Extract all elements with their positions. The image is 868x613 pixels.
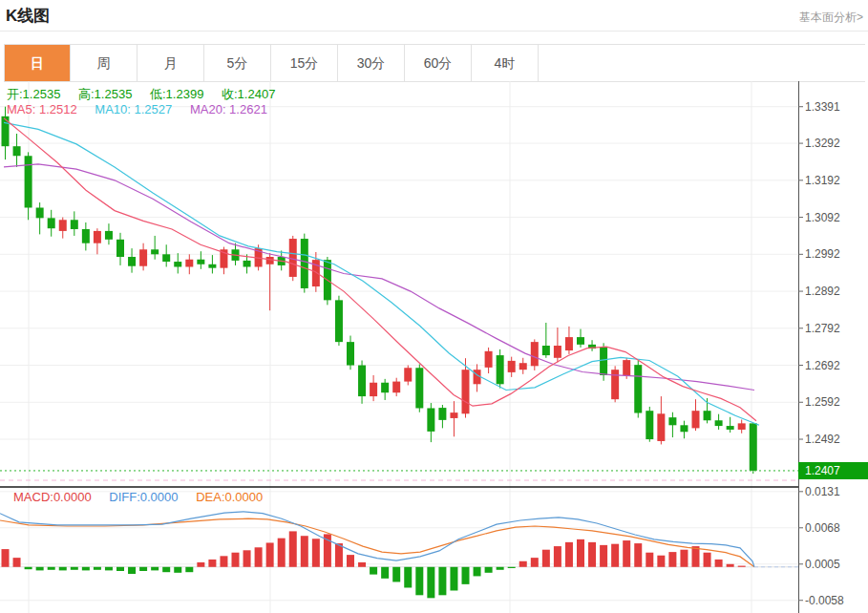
ma20-line <box>4 164 754 391</box>
svg-text:1.3391: 1.3391 <box>805 100 840 114</box>
svg-text:1.3192: 1.3192 <box>805 174 840 187</box>
price-axis-labels: 1.33911.32921.31921.30921.29921.28921.27… <box>798 100 844 607</box>
svg-text:1.2407: 1.2407 <box>805 464 840 477</box>
svg-text:1.2692: 1.2692 <box>805 359 840 372</box>
svg-text:1.2492: 1.2492 <box>805 433 840 446</box>
gridlines <box>0 81 799 613</box>
kline-chart[interactable]: 1.33911.32921.31921.30921.29921.28921.27… <box>0 0 868 613</box>
svg-text:1.2592: 1.2592 <box>805 395 840 409</box>
svg-text:1.3092: 1.3092 <box>805 211 840 224</box>
svg-text:0.0131: 0.0131 <box>805 485 840 498</box>
svg-text:0.0068: 0.0068 <box>805 521 840 535</box>
svg-text:1.3292: 1.3292 <box>805 137 840 150</box>
ma10-line <box>4 122 759 425</box>
candles <box>2 107 757 474</box>
current-price-badge: 1.2407 <box>798 462 868 479</box>
svg-text:1.2792: 1.2792 <box>805 322 840 335</box>
macd-histogram <box>2 531 746 598</box>
ma5-line <box>4 118 756 421</box>
svg-text:1.2992: 1.2992 <box>805 247 840 261</box>
svg-text:-0.0058: -0.0058 <box>805 594 844 607</box>
svg-text:0.0005: 0.0005 <box>805 558 840 571</box>
svg-text:1.2892: 1.2892 <box>805 285 840 298</box>
